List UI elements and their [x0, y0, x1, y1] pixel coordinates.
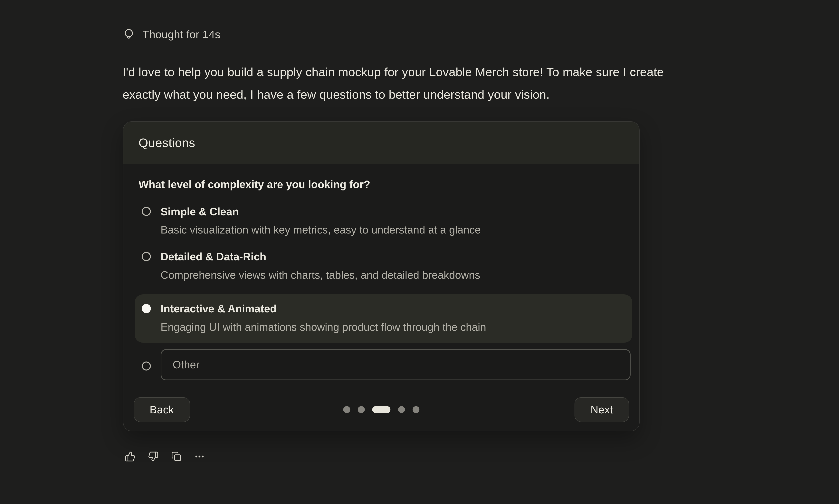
option-title: Detailed & Data-Rich — [161, 249, 480, 264]
card-body: What level of complexity are you looking… — [123, 164, 639, 380]
thumbs-up-icon — [125, 451, 136, 462]
radio-unchecked-icon[interactable] — [142, 252, 151, 261]
questions-card: Questions What level of complexity are y… — [123, 121, 640, 431]
card-header: Questions — [123, 122, 639, 164]
option-interactive-animated[interactable]: Interactive & Animated Engaging UI with … — [135, 294, 632, 343]
message-line: exactly what you need, I have a few ques… — [123, 83, 768, 106]
pagination-dot — [343, 406, 350, 413]
ellipsis-icon — [194, 451, 205, 462]
pagination-dot — [398, 406, 405, 413]
card-title: Questions — [139, 136, 195, 150]
question-text: What level of complexity are you looking… — [139, 178, 624, 191]
thumbs-down-icon — [148, 451, 159, 462]
radio-unchecked-icon[interactable] — [142, 207, 151, 216]
pagination-dot — [413, 406, 420, 413]
option-title: Interactive & Animated — [161, 301, 486, 316]
copy-icon — [171, 451, 181, 462]
thumbs-up-button[interactable] — [123, 449, 138, 464]
option-description: Comprehensive views with charts, tables,… — [161, 268, 480, 283]
card-footer: Back Next — [123, 388, 639, 431]
message-line: I'd love to help you build a supply chai… — [123, 61, 768, 83]
more-options-button[interactable] — [192, 449, 207, 464]
message-actions — [123, 449, 207, 464]
option-detailed-data-rich[interactable]: Detailed & Data-Rich Comprehensive views… — [139, 249, 624, 283]
next-button[interactable]: Next — [575, 397, 629, 422]
thought-label: Thought for 14s — [142, 28, 221, 41]
option-other[interactable] — [139, 349, 624, 380]
assistant-message: I'd love to help you build a supply chai… — [123, 61, 768, 106]
back-button[interactable]: Back — [134, 397, 190, 422]
option-simple-clean[interactable]: Simple & Clean Basic visualization with … — [139, 204, 624, 237]
thought-toggle[interactable]: Thought for 14s — [123, 28, 221, 41]
option-description: Engaging UI with animations showing prod… — [161, 320, 486, 335]
option-title: Simple & Clean — [161, 204, 481, 219]
options-list: Simple & Clean Basic visualization with … — [139, 204, 624, 380]
radio-unchecked-icon[interactable] — [142, 361, 151, 371]
radio-checked-icon[interactable] — [142, 304, 151, 313]
lightbulb-icon — [123, 28, 135, 40]
copy-button[interactable] — [169, 449, 184, 464]
thumbs-down-button[interactable] — [146, 449, 161, 464]
chat-page: Thought for 14s I'd love to help you bui… — [0, 0, 839, 504]
pagination-dots — [343, 406, 420, 413]
option-description: Basic visualization with key metrics, ea… — [161, 222, 481, 237]
pagination-dot-active — [372, 406, 390, 413]
other-input[interactable] — [161, 349, 631, 380]
pagination-dot — [358, 406, 365, 413]
